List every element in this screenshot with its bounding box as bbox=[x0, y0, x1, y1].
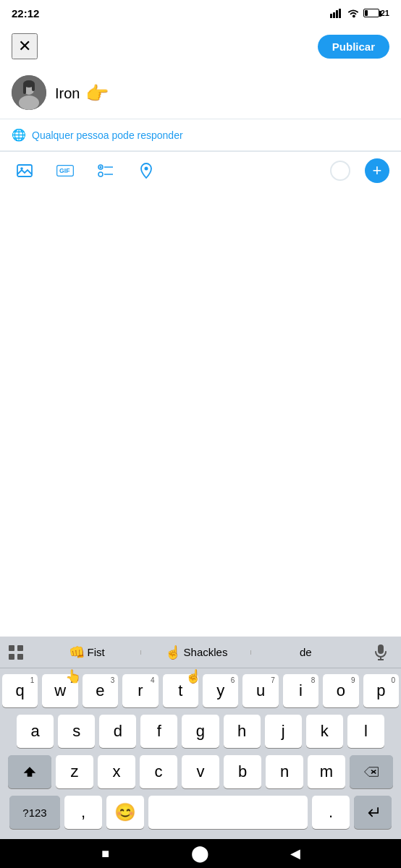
key-v[interactable]: v bbox=[182, 755, 219, 788]
svg-rect-21 bbox=[9, 645, 14, 651]
tweet-emoji: 👉 bbox=[85, 82, 109, 105]
key-n[interactable]: n bbox=[266, 755, 303, 788]
signal-icon bbox=[330, 8, 343, 18]
globe-icon: 🌐 bbox=[12, 128, 26, 142]
svg-rect-10 bbox=[32, 84, 35, 91]
autocomplete-word-2[interactable]: ☝️ Shackles bbox=[141, 644, 250, 660]
key-h[interactable]: h bbox=[224, 715, 261, 748]
add-tweet-button[interactable]: + bbox=[365, 158, 389, 183]
location-icon[interactable] bbox=[133, 158, 159, 184]
svg-rect-22 bbox=[17, 645, 23, 651]
key-t[interactable]: 5t ☝️ bbox=[163, 674, 198, 707]
key-b[interactable]: b bbox=[224, 755, 261, 788]
key-l[interactable]: l bbox=[347, 715, 384, 748]
key-backspace[interactable] bbox=[350, 755, 393, 788]
key-row-4: ?123 , 😊 . bbox=[2, 796, 399, 829]
svg-rect-23 bbox=[9, 654, 14, 660]
nav-square-button[interactable]: ■ bbox=[91, 841, 120, 867]
key-c[interactable]: c bbox=[140, 755, 177, 788]
status-time: 22:12 bbox=[12, 7, 39, 20]
key-shift[interactable] bbox=[8, 755, 51, 788]
svg-point-7 bbox=[19, 95, 39, 110]
key-s[interactable]: s bbox=[58, 715, 95, 748]
key-j[interactable]: j bbox=[265, 715, 302, 748]
autocomplete-row: 👊 Fist ☝️ Shackles de bbox=[0, 637, 401, 668]
top-bar: ✕ Publicar bbox=[0, 26, 401, 67]
status-bar: 22:12 21 bbox=[0, 0, 401, 26]
reply-text: Qualquer pessoa pode responder bbox=[32, 129, 183, 141]
key-q[interactable]: 1q bbox=[2, 674, 38, 707]
key-row-1: 1q 2w 👆 3e 4r 5t ☝️ 6y 7u bbox=[2, 674, 399, 707]
key-y[interactable]: 6y bbox=[203, 674, 238, 707]
key-m[interactable]: m bbox=[308, 755, 345, 788]
svg-rect-24 bbox=[17, 654, 23, 660]
svg-point-16 bbox=[100, 166, 102, 169]
key-emoji[interactable]: 😊 bbox=[106, 796, 144, 829]
svg-rect-2 bbox=[336, 10, 338, 18]
tweet-text: Iron bbox=[55, 85, 80, 102]
svg-point-20 bbox=[145, 167, 148, 171]
close-button[interactable]: ✕ bbox=[12, 33, 38, 59]
compose-area: Iron 👉 bbox=[0, 67, 401, 119]
key-p[interactable]: 0p bbox=[363, 674, 399, 707]
image-icon[interactable] bbox=[12, 158, 38, 184]
poll-icon[interactable] bbox=[93, 158, 119, 184]
battery-icon: 21 bbox=[363, 9, 389, 17]
toolbar: GIF + bbox=[0, 151, 401, 190]
keyboard: 👊 Fist ☝️ Shackles de 1q bbox=[0, 637, 401, 868]
key-i[interactable]: 8i bbox=[283, 674, 318, 707]
publish-button[interactable]: Publicar bbox=[318, 35, 389, 59]
svg-text:GIF: GIF bbox=[59, 167, 69, 174]
key-g[interactable]: g bbox=[182, 715, 219, 748]
tweet-content[interactable]: Iron 👉 bbox=[55, 75, 109, 105]
key-row-3: z x c v b n m bbox=[2, 755, 399, 788]
key-o[interactable]: 9o bbox=[323, 674, 358, 707]
key-enter[interactable] bbox=[354, 796, 392, 829]
key-period[interactable]: . bbox=[312, 796, 350, 829]
key-f[interactable]: f bbox=[140, 715, 177, 748]
avatar bbox=[12, 75, 46, 110]
key-d[interactable]: d bbox=[99, 715, 136, 748]
key-x[interactable]: x bbox=[98, 755, 135, 788]
key-space[interactable] bbox=[148, 796, 308, 829]
wifi-icon bbox=[347, 8, 360, 18]
keyboard-grid-icon[interactable] bbox=[0, 644, 32, 661]
key-u[interactable]: 7u bbox=[242, 674, 278, 707]
key-z[interactable]: z bbox=[56, 755, 93, 788]
key-r[interactable]: 4r bbox=[122, 674, 158, 707]
gif-icon[interactable]: GIF bbox=[52, 158, 78, 184]
svg-point-18 bbox=[98, 172, 103, 176]
svg-rect-3 bbox=[339, 9, 341, 18]
bottom-nav: ■ ⬤ ◀ bbox=[0, 839, 401, 868]
autocomplete-word-1[interactable]: 👊 Fist bbox=[32, 644, 141, 660]
status-icons: 21 bbox=[330, 8, 389, 18]
key-comma[interactable]: , bbox=[64, 796, 102, 829]
key-a[interactable]: a bbox=[17, 715, 54, 748]
nav-back-button[interactable]: ◀ bbox=[281, 841, 310, 867]
key-e[interactable]: 3e bbox=[83, 674, 118, 707]
key-w[interactable]: 2w 👆 bbox=[42, 674, 77, 707]
svg-rect-11 bbox=[17, 165, 32, 176]
key-row-2: a s d f g h j k l bbox=[2, 715, 399, 748]
key-rows: 1q 2w 👆 3e 4r 5t ☝️ 6y 7u bbox=[0, 668, 401, 839]
key-num[interactable]: ?123 bbox=[9, 796, 60, 829]
svg-rect-0 bbox=[330, 14, 332, 18]
svg-rect-25 bbox=[378, 644, 384, 654]
char-counter bbox=[330, 161, 350, 181]
key-k[interactable]: k bbox=[306, 715, 343, 748]
autocomplete-word-3[interactable]: de bbox=[251, 644, 360, 660]
autocomplete-suggestions: 👊 Fist ☝️ Shackles de bbox=[32, 644, 360, 660]
microphone-icon[interactable] bbox=[360, 644, 401, 661]
svg-rect-9 bbox=[23, 84, 26, 94]
svg-rect-1 bbox=[333, 12, 335, 18]
nav-home-button[interactable]: ⬤ bbox=[186, 841, 215, 867]
reply-setting[interactable]: 🌐 Qualquer pessoa pode responder bbox=[0, 119, 401, 150]
